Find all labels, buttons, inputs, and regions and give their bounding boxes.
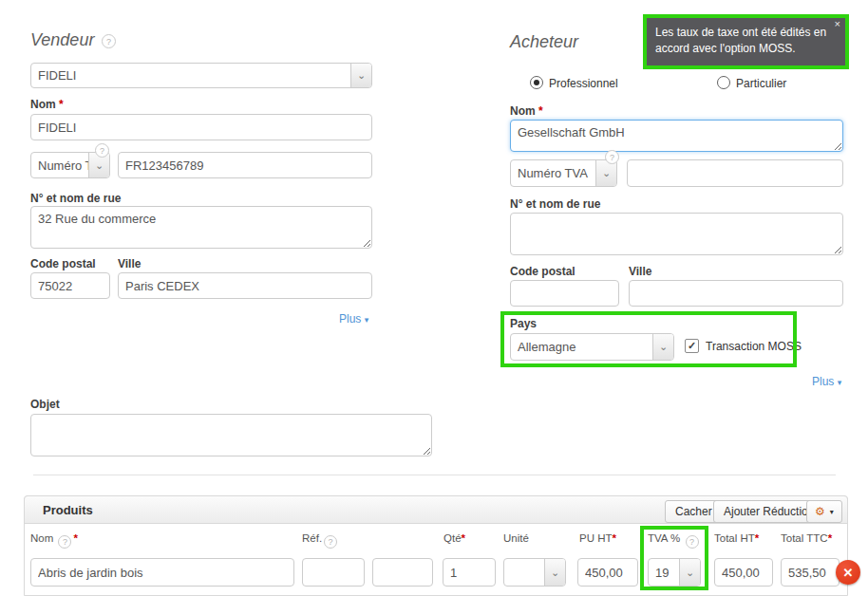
- required-asterisk: *: [755, 532, 759, 544]
- acheteur-plus-link[interactable]: Plus ▾: [812, 375, 841, 388]
- moss-tooltip: Les taux de taxe ont été édités en accor…: [643, 14, 849, 69]
- vendeur-rue-label: N° et nom de rue: [30, 192, 121, 205]
- help-icon[interactable]: ?: [95, 143, 109, 158]
- moss-checkbox[interactable]: ✓: [685, 339, 699, 353]
- invoice-form: Vendeur ? FIDELI ⌄ Nom * Numéro T ⌄ ? N°…: [0, 0, 868, 596]
- help-icon[interactable]: ?: [605, 150, 619, 164]
- vendeur-code-postal-label: Code postal: [30, 257, 96, 270]
- vendeur-ville-label: Ville: [118, 257, 141, 270]
- required-asterisk: *: [613, 532, 616, 544]
- col-unite-label: Unité: [503, 532, 529, 544]
- moss-checkbox-label[interactable]: Transaction MOSS: [706, 340, 802, 353]
- acheteur-numero-type-select[interactable]: Numéro TVA ⌄: [510, 159, 617, 187]
- vendeur-plus-link[interactable]: Plus ▾: [339, 312, 368, 326]
- caret-down-icon: ▾: [830, 508, 834, 516]
- vendeur-numero-input[interactable]: [118, 152, 372, 178]
- delete-row-button[interactable]: ✕: [836, 560, 860, 585]
- acheteur-pays-label: Pays: [510, 317, 537, 330]
- acheteur-numero-input[interactable]: [627, 159, 843, 187]
- vendeur-nom-label: Nom *: [30, 98, 64, 111]
- vendeur-numero-type-value: Numéro T: [31, 153, 88, 177]
- required-asterisk: *: [538, 104, 543, 118]
- vendeur-company-select-value: FIDELI: [31, 64, 350, 87]
- section-divider: [33, 475, 836, 475]
- gear-icon: ⚙: [815, 506, 825, 517]
- produit-total-ttc-input[interactable]: [781, 558, 840, 587]
- produit-nom-input[interactable]: [30, 558, 294, 587]
- col-tva-label: TVA % ?: [648, 532, 701, 549]
- acheteur-nom-label: Nom *: [510, 104, 543, 118]
- produit-total-ht-input[interactable]: [714, 558, 773, 587]
- acheteur-ville-input[interactable]: [629, 280, 843, 307]
- acheteur-ville-label: Ville: [629, 265, 651, 278]
- col-pu-ht-label: PU HT*: [579, 532, 616, 544]
- chevron-down-icon: ⌄: [652, 334, 673, 360]
- vendeur-rue-textarea[interactable]: 32 Rue du commerce: [30, 206, 372, 249]
- vendeur-title: Vendeur: [30, 30, 94, 50]
- radio-particulier[interactable]: [717, 76, 730, 89]
- acheteur-numero-type-value: Numéro TVA: [511, 160, 595, 186]
- close-icon[interactable]: ×: [835, 19, 840, 29]
- vendeur-code-postal-input[interactable]: [30, 272, 110, 299]
- produit-qte-input[interactable]: [443, 558, 496, 587]
- vendeur-nom-input[interactable]: [30, 114, 372, 140]
- required-asterisk: *: [462, 532, 465, 544]
- produits-title: Produits: [43, 503, 93, 517]
- produit-pu-ht-input[interactable]: [577, 558, 638, 587]
- acheteur-code-postal-input[interactable]: [510, 280, 619, 307]
- col-ref-label: Réf.?: [302, 532, 339, 549]
- produit-unite-value: [504, 559, 544, 586]
- caret-down-icon: ▾: [365, 315, 369, 325]
- required-asterisk: *: [59, 98, 64, 111]
- help-icon[interactable]: ?: [686, 535, 699, 549]
- help-icon[interactable]: ?: [58, 535, 71, 549]
- chevron-down-icon: ⌄: [350, 64, 371, 87]
- required-asterisk: *: [73, 532, 77, 544]
- chevron-down-icon: ⌄: [544, 559, 565, 586]
- acheteur-pays-value: Allemagne: [511, 334, 652, 360]
- help-icon[interactable]: ?: [324, 535, 337, 549]
- produit-tva-value: 19: [649, 559, 679, 586]
- produit-unite-select[interactable]: ⌄: [503, 558, 566, 587]
- acheteur-nom-textarea[interactable]: Gesellschaft GmbH: [510, 120, 843, 152]
- col-qte-label: Qté*: [443, 532, 465, 544]
- required-asterisk: *: [828, 532, 832, 544]
- objet-label: Objet: [30, 398, 60, 411]
- col-total-ht-label: Total HT*: [714, 532, 759, 544]
- acheteur-pays-select[interactable]: Allemagne ⌄: [510, 333, 674, 361]
- radio-professionnel-label[interactable]: Professionnel: [549, 77, 618, 90]
- vendeur-ville-input[interactable]: [118, 272, 372, 299]
- chevron-down-icon: ⌄: [679, 559, 700, 586]
- caret-down-icon: ▾: [838, 378, 842, 387]
- vendeur-company-select[interactable]: FIDELI ⌄: [30, 63, 372, 88]
- acheteur-rue-textarea[interactable]: [510, 213, 843, 255]
- delete-icon: ✕: [843, 566, 854, 580]
- produit-ref2-input[interactable]: [372, 558, 433, 587]
- chevron-down-icon: ⌄: [595, 160, 616, 186]
- column-settings-button[interactable]: ⚙ ▾: [806, 500, 842, 523]
- help-icon[interactable]: ?: [102, 34, 116, 48]
- col-nom-label: Nom ?*: [30, 532, 78, 549]
- produit-tva-select[interactable]: 19 ⌄: [648, 558, 701, 587]
- moss-tooltip-text: Les taux de taxe ont été édités en accor…: [655, 26, 826, 55]
- col-total-ttc-label: Total TTC*: [781, 532, 832, 544]
- produit-ref-input[interactable]: [302, 558, 365, 587]
- acheteur-title: Acheteur: [510, 32, 578, 52]
- acheteur-rue-label: N° et nom de rue: [510, 197, 600, 211]
- radio-particulier-label[interactable]: Particulier: [736, 77, 786, 90]
- objet-textarea[interactable]: [30, 414, 432, 456]
- acheteur-code-postal-label: Code postal: [510, 265, 576, 278]
- radio-professionnel[interactable]: [530, 76, 543, 89]
